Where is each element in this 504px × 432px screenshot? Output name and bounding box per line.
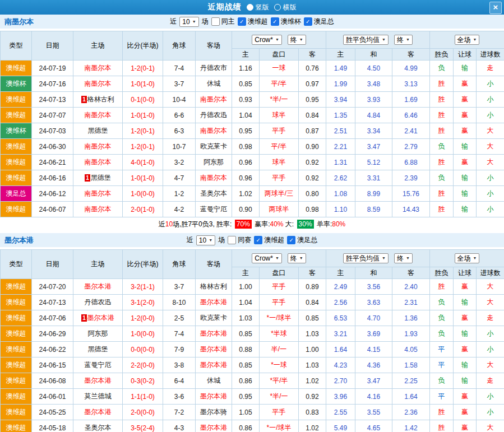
euro-average-select[interactable]: 胜平负均值▼ (343, 35, 389, 45)
corners: 6-6 (163, 108, 196, 123)
league-filter[interactable]: ✓澳足总 (287, 235, 317, 245)
horizontal-label: 横版 (283, 3, 297, 12)
league-filter[interactable]: ✓澳足总 (304, 17, 334, 26)
league-checkbox[interactable]: ✓ (287, 236, 295, 244)
near-count-select[interactable]: 10▼ (179, 17, 198, 27)
corners: 3-7 (163, 76, 196, 92)
near-count-select[interactable]: 10▼ (196, 235, 215, 245)
goals-result: 大 (477, 155, 504, 170)
euro-average-select[interactable]: 胜平负均值▼ (343, 253, 389, 263)
match-row: 澳维超 24-07-20 墨尔本港 3-2(1-1) 3-7 格林古利 1.00… (1, 279, 504, 295)
full-match-select[interactable]: 全场▼ (455, 253, 480, 263)
handicap: 半/一 (260, 342, 299, 357)
corners: 7-4 (163, 326, 196, 342)
away-team: 圣奥尔本 (196, 186, 232, 202)
match-date: 24-07-13 (32, 295, 73, 310)
odds-home: 0.86 (232, 420, 260, 432)
euro-away: 14.43 (392, 202, 430, 217)
close-icon[interactable]: × (489, 2, 502, 14)
corners: 4-3 (163, 420, 196, 432)
league-filter[interactable]: ✓澳维超 (238, 17, 268, 26)
chevron-down-icon: ▼ (275, 254, 279, 262)
team-label: 格林古利 (87, 95, 114, 103)
layout-option-horizontal[interactable]: 横版 (274, 3, 297, 12)
league-badge: 澳维超 (1, 373, 32, 389)
same-filter[interactable]: 同主 (211, 17, 235, 26)
odds-home: 0.85 (232, 326, 260, 342)
summary-line: 近10场,胜7平0负3, 胜率: 70% 赢率:40% 大: 30% 单率:80… (0, 217, 504, 231)
odds-terminal-select-value: 终 (290, 254, 297, 262)
odds-home: 0.88 (232, 342, 260, 357)
same-filter[interactable]: 同赛 (228, 235, 251, 245)
odds-company-select[interactable]: Crow*▼ (252, 35, 282, 45)
team-label: 欧克莱卡 (200, 142, 227, 150)
match-row: 澳维超 24-06-07 南墨尔本 2-0(1-0) 4-2 蓝曼宁厄 0.90… (1, 202, 504, 217)
league-checkbox[interactable]: ✓ (304, 17, 312, 26)
chevron-down-icon: ▼ (299, 254, 303, 262)
euro-home: 1.99 (326, 76, 355, 92)
handicap: 平手 (260, 170, 299, 186)
result: 平 (430, 389, 454, 405)
odds-away: 1.03 (299, 357, 326, 373)
handicap-result: 输 (454, 326, 477, 342)
league-filter[interactable]: ✓澳维杯 (271, 17, 301, 26)
odds-company-select[interactable]: Crow*▼ (252, 253, 282, 263)
league-checkbox[interactable]: ✓ (271, 17, 279, 26)
odds-terminal-select[interactable]: 终▼ (288, 253, 306, 263)
away-team: 南墨尔本 (196, 123, 232, 139)
euro-terminal-select[interactable]: 终▼ (394, 253, 413, 263)
result: 负 (430, 139, 454, 155)
team-label: 黑德堡 (91, 174, 111, 182)
euro-away: 3.13 (392, 76, 430, 92)
chevron-down-icon: ▼ (406, 254, 410, 262)
subcol-1: 盘口 (260, 267, 299, 279)
handicap: 平手 (260, 405, 299, 420)
euro-away: 1.58 (392, 357, 430, 373)
col-corners: 角球 (163, 31, 196, 61)
same-checkbox[interactable] (228, 236, 236, 244)
result: 平 (430, 342, 454, 357)
euro-home: 1.10 (326, 202, 355, 217)
euro-draw: 3.93 (355, 92, 392, 108)
team-label: 休城 (207, 80, 220, 87)
team-label: 圣奥尔本 (85, 424, 112, 431)
summary-segment: 场,胜7平0负3, 胜率: (173, 220, 234, 228)
result: 负 (430, 295, 454, 310)
same-checkbox[interactable] (211, 17, 220, 26)
same-filter-label: 同赛 (238, 235, 251, 245)
euro-home: 2.55 (326, 405, 355, 420)
league-checkbox[interactable]: ✓ (238, 17, 246, 26)
away-team: 墨尔本港 (196, 342, 232, 357)
odds-home: 0.86 (232, 373, 260, 389)
euro-draw: 8.99 (355, 186, 392, 202)
league-badge: 澳维超 (1, 295, 32, 310)
goals-result: 小 (477, 342, 504, 357)
red-card-icon: 1 (81, 314, 87, 322)
summary-segment: 10 (165, 220, 173, 228)
goals-result: 大 (477, 295, 504, 310)
handicap: *一/球半 (260, 310, 299, 326)
match-row: 澳维超 24-06-16 1黑德堡 1-0(1-0) 4-7 南墨尔本 0.96… (1, 170, 504, 186)
league-checkbox[interactable]: ✓ (254, 236, 262, 244)
league-badge: 澳维超 (1, 61, 32, 76)
odds-away: 0.90 (299, 139, 326, 155)
corners: 6-3 (163, 123, 196, 139)
league-filter-label: 澳维杯 (281, 17, 301, 26)
odds-terminal-select[interactable]: 终▼ (288, 35, 306, 45)
league-filter[interactable]: ✓澳维超 (254, 235, 284, 245)
league-filter-label: 澳足总 (297, 235, 317, 245)
home-team: 蓝曼宁厄 (73, 357, 123, 373)
full-match-select[interactable]: 全场▼ (455, 35, 480, 45)
match-row: 澳维杯 24-07-03 黑德堡 1-2(0-1) 6-3 南墨尔本 0.95 … (1, 123, 504, 139)
euro-home: 5.49 (326, 420, 355, 432)
match-date: 24-06-29 (32, 326, 73, 342)
euro-away: 1.42 (392, 420, 430, 432)
layout-option-vertical[interactable]: 竖版 (247, 3, 269, 12)
team-label: 欧克莱卡 (200, 314, 227, 322)
euro-away: 2.41 (392, 123, 430, 139)
away-team: 蓝曼宁厄 (196, 202, 232, 217)
league-badge: 澳维超 (1, 92, 32, 108)
subcol-1: 盘口 (260, 49, 299, 61)
euro-terminal-select[interactable]: 终▼ (394, 35, 413, 45)
summary-segment: 大: (284, 220, 296, 228)
